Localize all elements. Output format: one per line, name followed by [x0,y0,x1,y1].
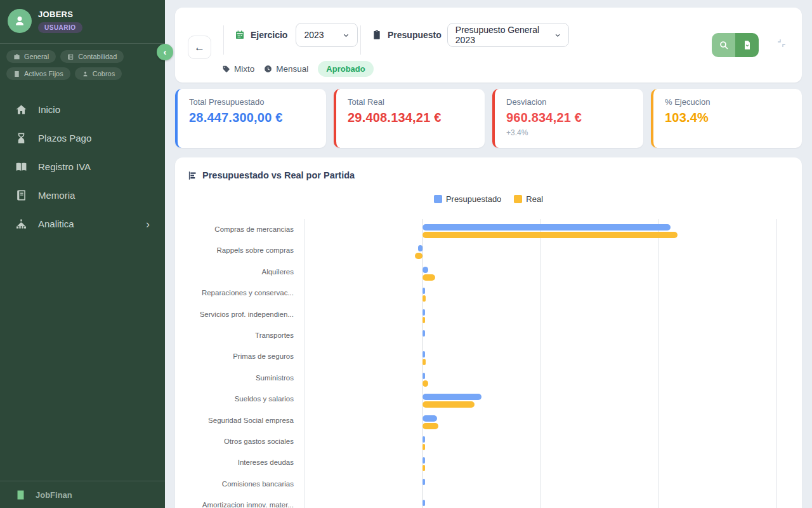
chevron-down-icon [343,32,350,39]
bar-real [422,465,425,471]
chart-card: Presupuestado vs Real por Partida Presup… [175,157,802,508]
bar-presupuestado [422,224,671,231]
bar-presupuestado [422,288,425,294]
nav-label: Inicio [38,104,60,115]
sidebar-item-inicio[interactable]: Inicio [0,95,165,124]
back-button[interactable]: ← [188,36,211,59]
bar-presupuestado [422,309,425,316]
legend-item-real: Real [514,194,543,204]
row-bars [304,283,776,304]
kpi-label: Total Presupuestado [189,97,315,107]
category-label: Sueldos y salarios [175,389,304,410]
chart-title: Presupuestado vs Real por Partida [202,170,355,180]
search-button[interactable] [712,33,735,57]
compress-icon[interactable] [776,38,787,48]
divider [223,25,224,55]
tags-row: Mixto Mensual Aprobado [222,61,374,77]
chart-row: Alquileres [175,262,802,283]
bar-presupuestado [422,457,425,464]
category-label: Transportes [175,325,304,346]
status-badge-aprobado: Aprobado [318,61,373,77]
category-label: Comisiones bancarias [175,474,304,495]
category-label: Seguridad Social empresa [175,410,304,431]
legend-item-presupuestado: Presupuestado [434,194,501,204]
clipboard-icon [372,30,382,40]
sidebar-collapse-button[interactable]: ‹ [157,44,173,60]
category-label: Amortizacion inmov. mater... [175,495,304,508]
brand-name: JOBERS [38,10,82,19]
quick-link-cobros[interactable]: Cobros [75,67,122,80]
kpi-card-desviacion: Desviacion 960.834,21 € +3.4% [492,89,643,148]
legend-label: Presupuestado [446,194,501,204]
bar-real [422,295,426,302]
kpi-value: 29.408.134,21 € [348,110,473,125]
bar-presupuestado [422,267,428,273]
chart-row: Suministros [175,368,802,389]
category-label: Suministros [175,368,304,389]
sidebar-item-plazos-pago[interactable]: Plazos Pago [0,124,165,152]
row-bars [304,304,776,325]
nav-label: Registro IVA [38,161,91,172]
budget-value: Presupuesto General 2023 [455,25,554,45]
bar-presupuestado [422,436,425,443]
row-bars [304,219,776,240]
bar-presupuestado [422,500,425,506]
chevron-down-icon [554,32,561,39]
row-bars [304,389,776,410]
chart-row: Otros gastos sociales [175,431,802,452]
bar-presupuestado [422,351,425,358]
category-label: Reparaciones y conservac... [175,283,304,304]
role-badge: USUARIO [38,22,82,33]
ledger-icon [67,53,74,60]
hourglass-icon [15,132,27,144]
tag-mensual: Mensual [264,64,308,74]
chart-row: Reparaciones y conservac... [175,283,802,304]
row-bars [304,495,776,508]
budget-label: Presupuesto [388,30,442,40]
footer-app-name: JobFinan [36,490,72,500]
quick-link-general[interactable]: General [6,50,56,63]
home-icon [15,104,27,116]
quick-link-activos-fijos[interactable]: Activos Fijos [6,67,70,80]
sidebar-item-registro-iva[interactable]: Registro IVA [0,152,165,181]
chart-row: Seguridad Social empresa [175,410,802,431]
legend-swatch [514,195,522,203]
exercise-select[interactable]: 2023 [296,23,358,47]
briefcase-icon [13,53,20,60]
quick-links: General Contabilidad Activos Fijos Cobro… [0,43,165,85]
sidebar-item-analitica[interactable]: Analitica › [0,210,165,238]
nav-label: Analitica [38,218,74,229]
row-bars [304,262,776,283]
search-icon [719,40,729,50]
main-content: ← Ejercicio 2023 Presupuesto Presupuesto… [165,0,812,508]
export-document-button[interactable] [735,33,759,57]
legend-swatch [434,195,442,203]
kpi-label: % Ejecucion [665,97,790,107]
exercise-label: Ejercicio [251,30,287,40]
kpi-card-total-real: Total Real 29.408.134,21 € [334,89,485,148]
quick-link-contabilidad[interactable]: Contabilidad [60,50,124,63]
kpi-label: Total Real [348,97,473,107]
legend-label: Real [526,194,543,204]
bar-real [422,274,435,281]
kpi-row: Total Presupuestado 28.447.300,00 € Tota… [175,89,802,148]
kpi-value: 28.447.300,00 € [189,110,315,125]
category-label: Compras de mercancias [175,219,304,240]
divider [360,25,361,55]
bar-real [422,401,475,408]
kpi-label: Desviacion [506,97,632,107]
tag-label: Mensual [276,64,308,74]
budget-select[interactable]: Presupuesto General 2023 [447,23,569,47]
notebook-icon [15,189,27,201]
row-bars [304,410,776,431]
open-book-icon [15,161,27,173]
sitemap-icon [15,218,27,230]
chart-row: Intereses deudas [175,452,802,473]
clock-icon [264,65,272,73]
quick-link-label: Activos Fijos [24,70,63,77]
action-split-button [712,33,759,57]
chart-row: Transportes [175,325,802,346]
quick-link-label: Cobros [93,70,115,77]
sidebar-item-memoria[interactable]: Memoria [0,181,165,210]
bar-real [415,253,422,259]
